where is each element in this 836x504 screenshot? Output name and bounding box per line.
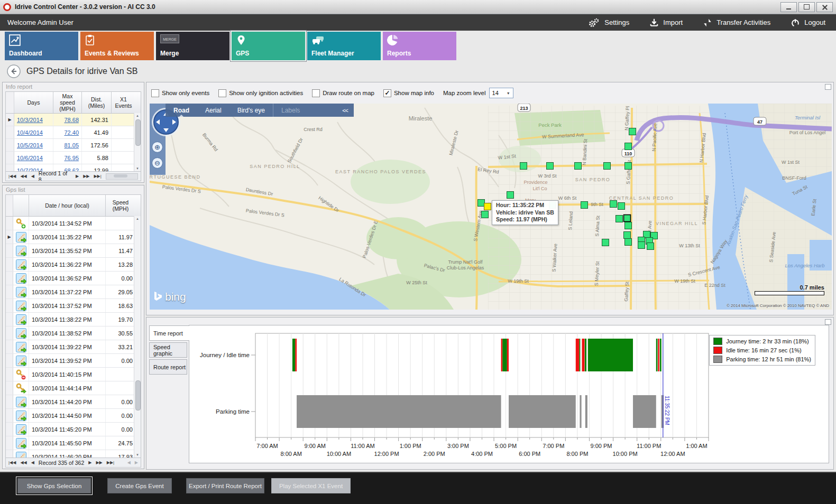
gps-list-row[interactable]: 10/3/2014 11:38:22 PM19.70 xyxy=(6,313,141,326)
gps-list-vscrollbar[interactable]: ▲ ▼ xyxy=(134,216,141,458)
map-zoom-select[interactable]: 14 ▼ xyxy=(489,88,513,98)
gps-point-marker[interactable] xyxy=(616,216,623,222)
checkbox-show-only-events[interactable]: Show only events xyxy=(151,89,209,97)
day-link[interactable]: 10/4/2014 xyxy=(17,129,43,136)
first-page-icon[interactable]: |◀◀ xyxy=(8,460,16,465)
gps-list-row[interactable]: 10/3/2014 11:36:52 PM0.00 xyxy=(6,272,141,285)
prev-page-icon[interactable]: ◀ xyxy=(31,174,34,179)
next-page-icon[interactable]: ▶ xyxy=(76,174,79,179)
gps-point-marker[interactable] xyxy=(625,239,632,246)
gps-list-row[interactable]: 10/3/2014 11:44:50 PM0.00 xyxy=(6,409,141,423)
day-link[interactable]: 10/5/2014 xyxy=(17,142,43,148)
journey-bar[interactable] xyxy=(660,339,662,371)
maximize-button[interactable] xyxy=(798,2,815,12)
gps-list-row[interactable]: ▶10/3/2014 11:35:22 PM11.97 xyxy=(6,230,141,244)
column-header-speed[interactable]: Speed (MPH) xyxy=(106,195,135,216)
gps-point-marker[interactable] xyxy=(624,215,631,222)
panel-collapse-icon[interactable] xyxy=(825,84,831,90)
idle-bar[interactable] xyxy=(658,339,659,371)
journey-bar[interactable] xyxy=(502,339,507,371)
gps-list-row[interactable]: 10/3/2014 11:45:20 PM0.00 xyxy=(6,423,141,436)
tab-time-report[interactable]: Time report xyxy=(149,325,189,341)
day-link[interactable]: 10/6/2014 xyxy=(17,155,43,161)
panel-collapse-icon[interactable] xyxy=(825,319,831,325)
checkbox-show-only-ignition-activities[interactable]: Show only ignition activities xyxy=(218,89,303,97)
gps-list-row[interactable]: 10/3/2014 11:40:15 PM xyxy=(6,368,141,381)
gps-point-marker[interactable] xyxy=(478,200,485,207)
journey-bar[interactable] xyxy=(580,339,581,371)
gps-list-row[interactable]: 10/3/2014 11:34:52 PM xyxy=(6,217,141,230)
map-bar-collapse-button[interactable]: << xyxy=(342,107,354,114)
transfer-activities-button[interactable]: Transfer Activities xyxy=(703,17,770,28)
tile-events-reviews[interactable]: Events & Reviews xyxy=(80,32,154,60)
journey-bar[interactable] xyxy=(292,339,295,371)
gps-point-marker[interactable] xyxy=(625,163,632,170)
last-page-icon[interactable]: ▶▶| xyxy=(94,174,101,179)
idle-bar[interactable] xyxy=(507,339,509,371)
create-gps-event-button[interactable]: Create Gps Event xyxy=(107,478,172,493)
tile-dashboard[interactable]: Dashboard xyxy=(5,32,78,60)
max-speed-link[interactable]: 78.68 xyxy=(64,117,79,123)
settings-button[interactable]: Settings xyxy=(587,17,629,28)
first-page-icon[interactable]: |◀◀ xyxy=(8,174,16,179)
journey-bar[interactable] xyxy=(585,339,586,371)
map-zoom-in-button[interactable]: ⊕ xyxy=(152,142,163,153)
import-button[interactable]: Import xyxy=(649,17,683,28)
map-mode-bird-s-eye[interactable]: Bird's eye xyxy=(229,104,273,117)
map-mode-road[interactable]: Road xyxy=(166,104,197,117)
gps-list-row[interactable]: 10/3/2014 11:35:52 PM11.47 xyxy=(6,244,141,258)
gps-point-marker[interactable] xyxy=(625,143,632,150)
column-header-days[interactable]: Days xyxy=(14,92,53,113)
next-page-icon[interactable]: ▶ xyxy=(88,460,91,465)
last-page-icon[interactable]: ▶▶| xyxy=(107,460,114,465)
journey-bar[interactable] xyxy=(656,339,658,371)
gps-list-row[interactable]: 10/3/2014 11:38:52 PM30.55 xyxy=(6,326,141,340)
tile-fleet-manager[interactable]: Fleet Manager xyxy=(307,32,381,60)
gps-point-marker[interactable] xyxy=(581,202,588,209)
info-report-vscrollbar[interactable]: ▲ ▼ xyxy=(134,113,141,171)
tile-reports[interactable]: Reports xyxy=(383,32,456,60)
info-report-row[interactable]: 10/6/201476.955.88 xyxy=(6,152,141,164)
gps-list-row[interactable]: 10/3/2014 11:44:20 PM0.00 xyxy=(6,395,141,409)
back-button[interactable] xyxy=(7,64,21,78)
checkbox-show-map-info[interactable]: ✓Show map info xyxy=(383,89,434,97)
map-mode-aerial[interactable]: Aerial xyxy=(197,104,229,117)
parking-bar[interactable] xyxy=(585,395,587,428)
gps-point-marker[interactable] xyxy=(507,192,514,199)
journey-bar[interactable] xyxy=(588,339,633,371)
column-header-max-speed[interactable]: Max speed (MPH) xyxy=(53,92,82,113)
gps-point-marker[interactable] xyxy=(575,163,582,170)
day-link[interactable]: 10/3/2014 xyxy=(17,117,43,123)
idle-bar[interactable] xyxy=(576,339,580,371)
gps-point-marker[interactable] xyxy=(647,243,654,250)
info-report-row[interactable]: 10/4/201472.4041.49 xyxy=(6,126,141,139)
parking-bar[interactable] xyxy=(509,395,576,428)
column-header-dist[interactable]: Dist. (Miles) xyxy=(82,92,112,113)
parking-bar[interactable] xyxy=(633,395,656,428)
close-button[interactable] xyxy=(816,2,833,12)
gps-point-marker[interactable] xyxy=(629,128,636,135)
hscroll-right-icon[interactable]: ▶ xyxy=(135,460,138,465)
tab-route-report[interactable]: Route report xyxy=(149,359,187,375)
gps-list-row[interactable]: 10/3/2014 11:44:14 PM xyxy=(6,381,141,395)
gps-point-marker[interactable] xyxy=(625,222,632,229)
gps-list-row[interactable]: 10/3/2014 11:39:22 PM33.21 xyxy=(6,340,141,354)
gps-list-row[interactable]: 10/3/2014 11:39:52 PM0.00 xyxy=(6,354,141,368)
column-header-datetime[interactable]: Date / hour (local) xyxy=(29,195,106,216)
prev-fast-icon[interactable]: ◀◀ xyxy=(20,460,26,465)
prev-page-icon[interactable]: ◀ xyxy=(31,460,34,465)
parking-bar[interactable] xyxy=(297,395,501,428)
gps-point-marker[interactable] xyxy=(482,211,489,218)
column-header-x1-events[interactable]: X1 Events xyxy=(112,92,135,113)
gps-point-marker[interactable] xyxy=(610,201,617,208)
hscroll-left-icon[interactable]: ◀ xyxy=(127,460,131,465)
gps-point-marker[interactable] xyxy=(602,239,609,246)
parking-bar[interactable] xyxy=(662,395,664,428)
gps-list-row[interactable]: 10/3/2014 11:36:22 PM13.28 xyxy=(6,258,141,272)
gps-point-marker-selected-origin[interactable] xyxy=(484,203,491,210)
max-speed-link[interactable]: 81.05 xyxy=(64,142,79,148)
show-gps-selection-button[interactable]: Show Gps Selection xyxy=(17,478,91,493)
gps-list-row[interactable]: 10/3/2014 11:45:50 PM24.75 xyxy=(6,436,141,450)
map-mode-labels[interactable]: Labels xyxy=(273,104,308,117)
gps-point-marker[interactable] xyxy=(618,203,625,210)
